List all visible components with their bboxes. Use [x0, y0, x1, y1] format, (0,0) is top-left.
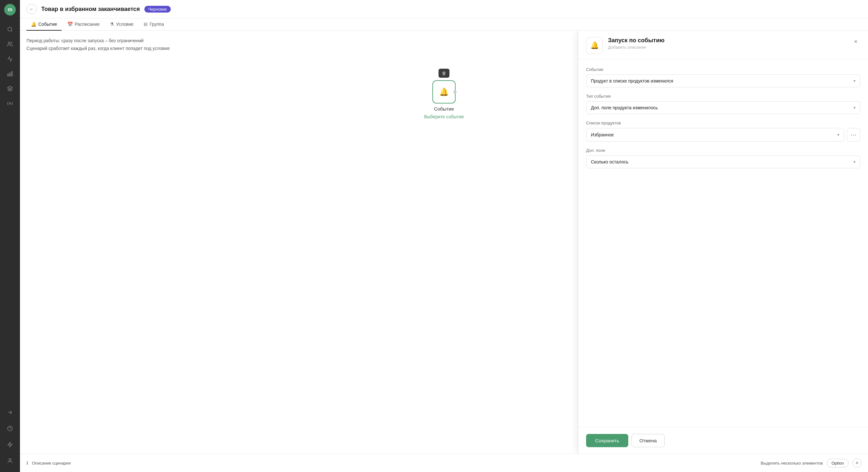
event-node-label: Событие — [434, 106, 454, 112]
event-field-group: Событие Продукт в списке продуктов измен… — [586, 67, 860, 87]
sidebar-item-campaigns[interactable] — [4, 53, 17, 65]
bell-icon: 🔔 — [31, 22, 36, 27]
event-node-wrapper: 🗑 🔔 Событие Выберите событие — [424, 69, 464, 119]
event-bell-icon: 🔔 — [439, 87, 449, 96]
event-type-field-group: Тип события Доп. поле продукта изменилос… — [586, 94, 860, 114]
chevron-down-icon-3: ▾ — [837, 132, 839, 137]
chevron-down-icon-2: ▾ — [854, 106, 856, 110]
sidebar: m — [0, 0, 20, 472]
add-element-button[interactable]: + — [852, 459, 862, 468]
bottom-bar: ℹ Описание сценария Выделить несколько э… — [20, 453, 868, 472]
panel-footer: Сохранить Отмена — [578, 427, 868, 453]
save-button[interactable]: Сохранить — [586, 434, 628, 447]
svg-point-10 — [9, 459, 11, 461]
svg-point-0 — [8, 27, 11, 31]
svg-point-6 — [9, 103, 11, 105]
panel-title: Запуск по событию — [608, 37, 846, 44]
group-icon: ⊟ — [144, 22, 148, 27]
option-button[interactable]: Option — [827, 459, 849, 468]
panel-subtitle[interactable]: Добавить описание — [608, 45, 846, 50]
main-area: ← Товар в избранном заканчивается Чернов… — [20, 0, 868, 472]
event-type-dropdown[interactable]: Доп. поле продукта изменилось ▾ — [586, 101, 860, 114]
tab-schedule-label: Расписание — [75, 22, 99, 27]
extra-field-dropdown-value: Сколько осталось — [591, 159, 629, 165]
tab-schedule[interactable]: 📅 Расписание — [63, 19, 104, 31]
event-dropdown[interactable]: Продукт в списке продуктов изменился ▾ — [586, 75, 860, 87]
svg-line-1 — [11, 30, 12, 31]
sidebar-logo[interactable]: m — [4, 4, 16, 16]
extra-field-label: Доп. поле — [586, 148, 860, 153]
cancel-button[interactable]: Отмена — [631, 434, 665, 447]
event-field-label: Событие — [586, 67, 860, 72]
svg-point-2 — [8, 42, 10, 44]
svg-rect-4 — [10, 73, 11, 76]
tab-event-label: Событие — [38, 22, 57, 27]
event-node[interactable]: 🔔 — [432, 80, 456, 104]
product-list-dropdown[interactable]: Избранное ▾ — [586, 128, 844, 142]
select-multiple-label: Выделить несколько элементов — [761, 461, 823, 466]
draft-badge: Черновик — [144, 6, 170, 12]
sidebar-item-lightning[interactable] — [4, 438, 17, 451]
content-area: Период работы: сразу после запуска – без… — [20, 31, 868, 453]
sidebar-item-search[interactable] — [4, 23, 17, 36]
tab-group[interactable]: ⊟ Группа — [139, 19, 168, 31]
svg-rect-3 — [11, 71, 12, 76]
back-button[interactable]: ← — [26, 4, 37, 14]
product-list-field-group: Список продуктов Избранное ▾ ⋯ — [586, 121, 860, 142]
svg-marker-9 — [8, 442, 12, 447]
header: ← Товар в избранном заканчивается Чернов… — [20, 0, 868, 19]
panel-close-button[interactable]: × — [851, 37, 860, 46]
chevron-down-icon-4: ▾ — [854, 159, 856, 164]
select-event-link[interactable]: Выберите событие — [424, 114, 464, 119]
tab-condition-label: Условие — [116, 22, 133, 27]
event-type-dropdown-value: Доп. поле продукта изменилось — [591, 105, 658, 110]
product-list-dropdown-value: Избранное — [591, 132, 614, 137]
sidebar-item-help[interactable] — [4, 422, 17, 435]
info-icon: ℹ — [26, 461, 28, 466]
description-label[interactable]: Описание сценария — [32, 461, 70, 466]
event-node-connector — [453, 90, 457, 93]
product-list-row: Избранное ▾ ⋯ — [586, 128, 860, 142]
sidebar-item-users[interactable] — [4, 38, 17, 51]
filter-icon: ⚗ — [110, 22, 114, 27]
sidebar-item-integrations[interactable] — [4, 82, 17, 95]
extra-field-group: Доп. поле Сколько осталось ▾ — [586, 148, 860, 168]
svg-rect-5 — [8, 74, 9, 76]
tab-group-label: Группа — [150, 22, 164, 27]
event-dropdown-value: Продукт в списке продуктов изменился — [591, 78, 673, 84]
more-options-button[interactable]: ⋯ — [847, 128, 860, 142]
tab-condition[interactable]: ⚗ Условие — [105, 19, 138, 31]
sidebar-item-analytics[interactable] — [4, 67, 17, 80]
event-node-actions: 🗑 — [438, 69, 450, 78]
calendar-icon: 📅 — [67, 22, 73, 27]
sidebar-item-export[interactable] — [4, 406, 17, 419]
chevron-down-icon: ▾ — [854, 79, 856, 83]
extra-field-dropdown[interactable]: Сколько осталось ▾ — [586, 155, 860, 168]
panel-body: Событие Продукт в списке продуктов измен… — [578, 59, 868, 427]
sidebar-item-profile[interactable] — [4, 454, 17, 467]
sidebar-item-settings[interactable] — [4, 97, 17, 110]
tabs: 🔔 Событие 📅 Расписание ⚗ Условие ⊟ Групп… — [20, 19, 868, 31]
delete-button[interactable]: 🗑 — [442, 70, 446, 76]
panel-icon: 🔔 — [586, 37, 603, 54]
product-list-field-label: Список продуктов — [586, 121, 860, 125]
event-type-field-label: Тип события — [586, 94, 860, 99]
panel-title-area: Запуск по событию Добавить описание — [608, 37, 846, 50]
tab-event[interactable]: 🔔 Событие — [26, 19, 62, 31]
event-panel: 🔔 Запуск по событию Добавить описание × … — [578, 31, 868, 453]
panel-header: 🔔 Запуск по событию Добавить описание × — [578, 31, 868, 59]
page-title: Товар в избранном заканчивается — [41, 6, 140, 12]
